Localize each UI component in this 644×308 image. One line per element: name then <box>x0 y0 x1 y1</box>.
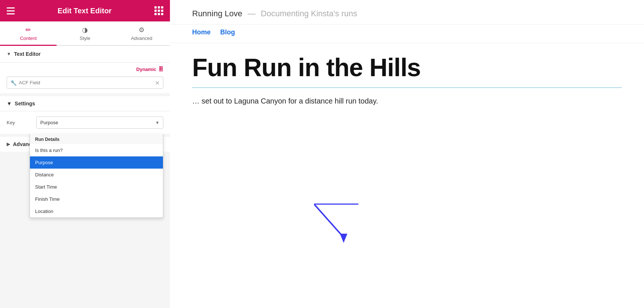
acf-field-wrapper: 🔧 ✕ <box>7 77 163 89</box>
dropdown-item-1[interactable]: Purpose <box>30 156 163 169</box>
left-panel: Edit Text Editor ✏ Content ◑ Style ⚙ Adv… <box>0 0 170 308</box>
dropdown-item-2[interactable]: Distance <box>30 169 163 181</box>
settings-section: ▼ Settings Key Is this a run? Purpose Di… <box>0 96 170 134</box>
tab-content-label: Content <box>20 35 37 41</box>
settings-label: Settings <box>15 101 35 106</box>
site-subtitle: Documenting Kinsta's runs <box>261 9 357 18</box>
acf-field-row: 🔧 ✕ <box>0 74 170 93</box>
blue-arrow-annotation <box>314 175 373 248</box>
pencil-icon: ✏ <box>25 26 31 34</box>
key-select[interactable]: Is this a run? Purpose Distance Start Ti… <box>36 116 163 129</box>
tab-style-label: Style <box>80 35 91 41</box>
dropdown-item-3[interactable]: Start Time <box>30 181 163 193</box>
dropdown-item-5[interactable]: Location <box>30 205 163 217</box>
acf-field-input[interactable] <box>7 77 163 89</box>
tab-style[interactable]: ◑ Style <box>57 21 113 46</box>
tabs-bar: ✏ Content ◑ Style ⚙ Advanced <box>0 21 170 46</box>
hamburger-menu[interactable] <box>7 7 15 14</box>
site-title: Running Love <box>192 9 242 18</box>
site-nav: Home Blog <box>170 25 644 43</box>
dropdown-item-4[interactable]: Finish Time <box>30 193 163 205</box>
key-row: Key Is this a run? Purpose Distance Star… <box>0 111 170 134</box>
post-excerpt: … set out to Laguna Canyon for a distanc… <box>192 95 622 106</box>
dropdown-item-0[interactable]: Is this a run? <box>30 144 163 156</box>
content-divider <box>192 87 622 88</box>
dropdown-group-header: Run Details <box>30 134 163 144</box>
gear-icon: ⚙ <box>139 26 144 34</box>
nav-blog[interactable]: Blog <box>220 28 235 36</box>
text-editor-label: Text Editor <box>14 51 41 57</box>
clear-icon[interactable]: ✕ <box>155 79 160 86</box>
collapse-arrow[interactable]: ▼ <box>7 51 11 57</box>
site-header: Running Love — Documenting Kinsta's runs <box>170 0 644 25</box>
advanced-arrow-icon: ▶ <box>7 142 10 147</box>
style-icon: ◑ <box>82 26 88 34</box>
tab-content[interactable]: ✏ Content <box>0 21 57 46</box>
svg-line-1 <box>314 204 344 237</box>
excerpt-text: set out to Laguna Canyon for a distance … <box>202 97 378 105</box>
panel-title: Edit Text Editor <box>58 7 112 15</box>
settings-header: ▼ Settings <box>0 96 170 111</box>
site-title-separator: — <box>248 9 256 18</box>
database-icon: 🗄 <box>158 66 163 72</box>
grid-icon[interactable] <box>154 6 163 15</box>
dynamic-text: Dynamic <box>136 67 156 72</box>
top-bar: Edit Text Editor <box>0 0 170 21</box>
excerpt-ellipsis: … <box>192 97 200 105</box>
post-title: Fun Run in the Hills <box>192 54 622 81</box>
tab-advanced[interactable]: ⚙ Advanced <box>113 21 170 46</box>
settings-arrow[interactable]: ▼ <box>7 101 12 106</box>
nav-home[interactable]: Home <box>192 28 211 36</box>
right-panel: Running Love — Documenting Kinsta's runs… <box>170 0 644 308</box>
key-select-wrapper: Is this a run? Purpose Distance Start Ti… <box>36 116 163 129</box>
wrench-icon: 🔧 <box>10 80 17 86</box>
dynamic-label[interactable]: Dynamic 🗄 <box>136 66 163 72</box>
key-label: Key <box>7 120 36 125</box>
text-editor-section-header: ▼ Text Editor <box>0 46 170 62</box>
svg-marker-2 <box>340 234 347 243</box>
tab-advanced-label: Advanced <box>131 35 152 41</box>
main-content: Fun Run in the Hills … set out to Laguna… <box>170 43 644 308</box>
dropdown-list: Run Details Is this a run? Purpose Dista… <box>30 134 163 218</box>
panel-content: ▼ Text Editor Dynamic 🗄 🔧 ✕ ▼ Settings <box>0 46 170 308</box>
dynamic-row: Dynamic 🗄 <box>0 62 170 74</box>
